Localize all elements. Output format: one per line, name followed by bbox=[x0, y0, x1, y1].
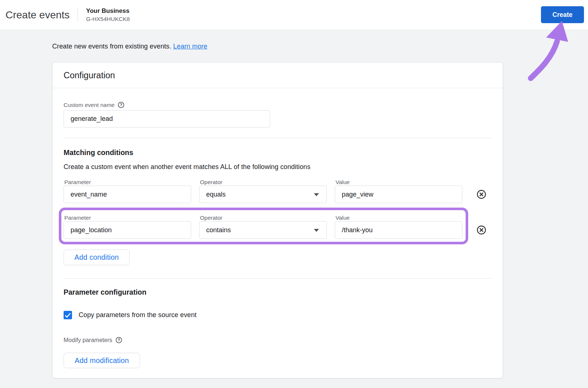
help-icon[interactable]: ? bbox=[116, 337, 122, 343]
card-header: Configuration bbox=[53, 62, 503, 88]
intro-text: Create new events from existing events. … bbox=[52, 43, 207, 50]
page-title: Create events bbox=[6, 9, 69, 21]
add-condition-button[interactable]: Add condition bbox=[64, 249, 130, 265]
property-block: Your Business G-HX54HUKCK8 bbox=[86, 7, 130, 23]
condition-grid-1: Parameter event_name Operator equals Val… bbox=[64, 179, 492, 203]
condition-2-parameter-input[interactable]: page_location bbox=[64, 221, 191, 239]
operator-label: Operator bbox=[200, 214, 327, 221]
condition-2-operator-value: contains bbox=[206, 226, 231, 234]
header-divider bbox=[78, 8, 78, 22]
card-title: Configuration bbox=[64, 70, 492, 80]
condition-1-operator-select[interactable]: equals bbox=[199, 186, 327, 203]
matching-conditions-heading: Matching conditions bbox=[64, 148, 492, 157]
condition-1-parameter-input[interactable]: event_name bbox=[64, 186, 191, 203]
parameter-configuration-heading: Parameter configuration bbox=[64, 288, 492, 297]
value-label: Value bbox=[336, 214, 462, 221]
condition-1-value-cell: Value page_view bbox=[335, 179, 462, 203]
help-icon[interactable]: ? bbox=[118, 102, 124, 108]
parameter-label: Parameter bbox=[64, 214, 191, 221]
condition-1-parameter-cell: Parameter event_name bbox=[64, 179, 191, 203]
condition-1-operator-cell: Operator equals bbox=[199, 179, 327, 203]
svg-text:?: ? bbox=[120, 103, 122, 107]
configuration-card: Configuration Custom event name ? genera… bbox=[52, 62, 503, 378]
intro-text-main: Create new events from existing events. bbox=[52, 43, 171, 50]
condition-2-parameter-cell: Parameter page_location bbox=[64, 214, 191, 239]
custom-event-name-label: Custom event name bbox=[64, 101, 115, 108]
svg-text:?: ? bbox=[118, 338, 120, 342]
copy-parameters-label: Copy parameters from the source event bbox=[79, 311, 197, 319]
parameter-label: Parameter bbox=[64, 179, 191, 186]
matching-conditions-description: Create a custom event when another event… bbox=[64, 163, 492, 171]
value-label: Value bbox=[336, 179, 462, 186]
operator-label: Operator bbox=[200, 179, 327, 186]
create-button[interactable]: Create bbox=[541, 6, 584, 23]
condition-row-1: Parameter event_name Operator equals Val… bbox=[64, 179, 492, 203]
checkmark-icon bbox=[65, 313, 71, 318]
copy-parameters-row: Copy parameters from the source event bbox=[64, 311, 492, 319]
condition-1-value-input[interactable]: page_view bbox=[335, 186, 462, 203]
top-header: Create events Your Business G-HX54HUKCK8… bbox=[0, 0, 588, 30]
card-body: Custom event name ? generate_lead Matchi… bbox=[53, 101, 503, 368]
highlight-annotation: Parameter page_location Operator contain… bbox=[59, 208, 468, 244]
copy-parameters-checkbox[interactable] bbox=[64, 311, 72, 319]
remove-circle-icon bbox=[477, 190, 486, 199]
remove-condition-1-button[interactable] bbox=[477, 190, 486, 199]
condition-grid-2: Parameter page_location Operator contain… bbox=[64, 214, 462, 239]
remove-circle-icon bbox=[477, 225, 486, 235]
divider bbox=[64, 138, 492, 138]
condition-2-operator-select[interactable]: contains bbox=[199, 221, 327, 239]
property-id: G-HX54HUKCK8 bbox=[86, 15, 130, 23]
dropdown-arrow-icon bbox=[314, 229, 319, 232]
remove-condition-2-button[interactable] bbox=[477, 225, 486, 235]
add-modification-button[interactable]: Add modification bbox=[64, 353, 140, 368]
condition-1-operator-value: equals bbox=[206, 191, 226, 198]
custom-event-name-label-row: Custom event name ? bbox=[64, 101, 492, 108]
property-name: Your Business bbox=[86, 7, 130, 15]
custom-event-name-input[interactable]: generate_lead bbox=[64, 110, 270, 127]
learn-more-link[interactable]: Learn more bbox=[173, 43, 207, 50]
dropdown-arrow-icon bbox=[314, 193, 319, 196]
divider bbox=[64, 278, 492, 279]
modify-parameters-label-row: Modify parameters ? bbox=[64, 337, 492, 344]
condition-2-value-cell: Value /thank-you bbox=[335, 214, 462, 239]
condition-2-value-input[interactable]: /thank-you bbox=[335, 221, 462, 239]
condition-2-operator-cell: Operator contains bbox=[199, 214, 327, 239]
condition-row-2: Parameter page_location Operator contain… bbox=[64, 208, 492, 244]
modify-parameters-label: Modify parameters bbox=[64, 337, 112, 344]
